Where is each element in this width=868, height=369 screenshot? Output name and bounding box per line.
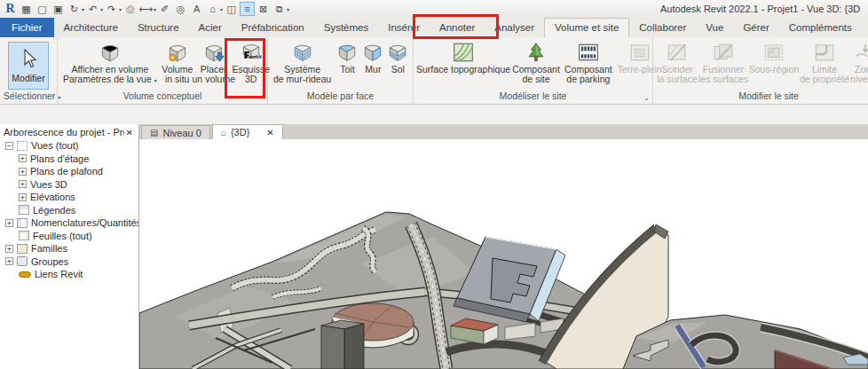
expand-box-icon[interactable]: + (5, 245, 13, 253)
group-icon (17, 256, 28, 266)
sol-par-face-button[interactable]: Sol (385, 39, 410, 75)
tab-systemes[interactable]: Systèmes (314, 18, 379, 37)
window-title: Autodesk Revit 2022.1 - Projet1 - Vue 3D… (660, 0, 866, 18)
expand-box-icon[interactable]: + (5, 257, 13, 265)
measure-icon[interactable]: ⟷ (138, 2, 154, 16)
tab-analyser[interactable]: Analyser (485, 18, 544, 37)
floor-cube-icon (386, 40, 409, 65)
tree-label: Familles (31, 243, 67, 254)
panel-label-modifier-le-site: Modifier le site (653, 90, 868, 104)
tab-volume-et-site[interactable]: Volume et site (544, 18, 629, 37)
tree-item-elevations[interactable]: + Elévations (0, 191, 138, 204)
redo-icon[interactable]: ↷ (104, 2, 119, 16)
composant-de-parking-button[interactable]: Composant de parking (562, 39, 615, 85)
expand-box-icon[interactable]: + (19, 154, 27, 162)
site-panel-launcher-icon[interactable]: ⌄ (643, 92, 650, 103)
project-browser-header[interactable]: Arborescence du projet - Proje... ✕ (0, 124, 138, 139)
merge-surfaces-icon (712, 40, 735, 65)
fusionner-label2: les surfaces (698, 75, 748, 84)
thin-lines-icon[interactable]: ≡ (240, 2, 255, 16)
view-dropdown-icon[interactable]: ▾ (220, 6, 223, 12)
tab-annoter[interactable]: Annoter (430, 18, 485, 37)
systeme-mur-rideau-button[interactable]: Système de mur-rideau (271, 39, 334, 85)
title-bar: R ▦ ▢ ▣ ↻▾ ↶▾ ↷▾ ⎙ ⟷▾ ✐ ◎ A ⌂▾ ◫ ≡ ⊠ ⧉▾ … (0, 0, 868, 18)
open-icon[interactable]: ▢ (35, 2, 50, 16)
tab-acier[interactable]: Acier (189, 18, 232, 37)
site-component-tree-icon (525, 40, 548, 65)
tab-collaborer[interactable]: Collaborer (629, 18, 696, 37)
tab-fichier[interactable]: Fichier (0, 18, 54, 37)
print-icon[interactable]: ⎙ (122, 2, 138, 16)
tree-item-legendes[interactable]: Légendes (0, 204, 138, 217)
section-icon[interactable]: ◫ (224, 2, 239, 16)
tree-item-plans-de-plafond[interactable]: + Plans de plafond (0, 165, 138, 178)
family-icon (17, 244, 28, 254)
volume-in-situ-button[interactable]: Volume in situ (160, 39, 195, 85)
tree-label: Feuilles (tout) (33, 231, 92, 241)
text-icon[interactable]: A (189, 2, 204, 16)
subregion-icon (762, 40, 785, 65)
tree-item-nomenclatures[interactable]: + Nomenclatures/Quantités (t (0, 216, 138, 230)
tree-item-vues-3d[interactable]: + Vues 3D (0, 178, 138, 192)
view-tab-niveau-0[interactable]: ▤ Niveau 0 (141, 125, 210, 139)
aligned-dimension-icon[interactable]: ✐ (157, 2, 172, 16)
revit-logo[interactable]: R (3, 2, 18, 16)
tree-item-plans-detage[interactable]: + Plans d'étage (0, 153, 138, 166)
mass-in-situ-icon (166, 40, 189, 65)
property-line-icon (813, 40, 836, 65)
tab-complements[interactable]: Compléments (779, 18, 862, 37)
tree-item-feuilles[interactable]: Feuilles (tout) (0, 230, 138, 243)
sync-with-central-icon[interactable]: ↻ (67, 2, 82, 16)
view-tab-close-icon[interactable]: ✕ (266, 128, 273, 137)
project-browser: Arborescence du projet - Proje... ✕ − Vu… (0, 124, 139, 369)
save-icon[interactable]: ▣ (51, 2, 66, 16)
tab-problemes[interactable]: Problèmes (862, 18, 868, 37)
ui-views-icon[interactable]: ▦ (19, 2, 34, 16)
sync-dropdown-icon[interactable]: ▾ (82, 6, 84, 12)
toit-par-face-button[interactable]: Toit (334, 39, 360, 75)
undo-icon[interactable]: ↶ (85, 2, 100, 16)
expand-box-icon[interactable]: + (19, 168, 27, 176)
tree-item-liens-revit[interactable]: Liens Revit (0, 268, 138, 281)
placer-un-volume-label2: un volume (193, 75, 235, 84)
afficher-en-volume-button[interactable]: Afficher en volume Paramètres de la vue … (60, 39, 160, 87)
3d-viewport[interactable] (139, 139, 868, 369)
default-3d-view-icon[interactable]: ⌂ (205, 2, 220, 16)
tab-architecture[interactable]: Architecture (54, 18, 128, 37)
tab-inserer[interactable]: Insérer (378, 18, 430, 37)
switch-windows-dropdown-icon[interactable]: ▾ (287, 6, 289, 12)
expand-box-icon[interactable]: + (19, 193, 27, 201)
esquisse-3d-button[interactable]: FormIt Esquisse 3D (233, 39, 270, 85)
modify-button[interactable]: Modifier (8, 42, 49, 90)
expand-box-icon[interactable]: + (19, 180, 27, 188)
tree-item-groupes[interactable]: + Groupes (0, 255, 138, 269)
tab-structure[interactable]: Structure (128, 18, 189, 37)
measure-dropdown-icon[interactable]: ▾ (154, 6, 156, 12)
project-browser-close-icon[interactable]: ✕ (124, 128, 135, 137)
panel-label-selectionner[interactable]: Sélectionner ▾ (0, 90, 57, 104)
tab-vue[interactable]: Vue (696, 18, 733, 37)
ribbon: Modifier Sélectionner ▾ Afficher en volu… (0, 37, 868, 105)
tab-prefabrication[interactable]: Préfabrication (232, 18, 314, 37)
expand-box-icon[interactable]: + (5, 219, 13, 227)
sous-region-button: Sous-région (748, 39, 800, 75)
composant-de-site-button[interactable]: Composant de site (510, 39, 562, 85)
tree-item-familles[interactable]: + Familles (0, 242, 138, 255)
redo-dropdown-icon[interactable]: ▾ (119, 6, 122, 12)
tag-icon[interactable]: ◎ (173, 2, 188, 16)
tab-gerer[interactable]: Gérer (733, 18, 778, 37)
tree-label: Légendes (33, 205, 75, 216)
close-hidden-windows-icon[interactable]: ⊠ (256, 2, 271, 16)
tree-item-vues-tout[interactable]: − Vues (tout) (0, 139, 138, 153)
mur-par-face-button[interactable]: Mur (360, 39, 385, 75)
placer-un-volume-button[interactable]: Placer un volume (195, 39, 233, 85)
switch-windows-icon[interactable]: ⧉ (272, 2, 287, 16)
undo-dropdown-icon[interactable]: ▾ (100, 6, 103, 12)
surface-topographique-button[interactable]: Surface topographique (416, 39, 510, 75)
toit-label: Toit (340, 65, 354, 75)
panel-label-modele-par-face: Modèle par face (268, 90, 413, 104)
view-tab-3d[interactable]: ⌂ {3D} ✕ (212, 124, 283, 139)
tree-label: Groupes (31, 256, 68, 267)
limite-de-propriete-button: Limite de propriété (800, 39, 849, 85)
collapse-box-icon[interactable]: − (5, 142, 13, 150)
